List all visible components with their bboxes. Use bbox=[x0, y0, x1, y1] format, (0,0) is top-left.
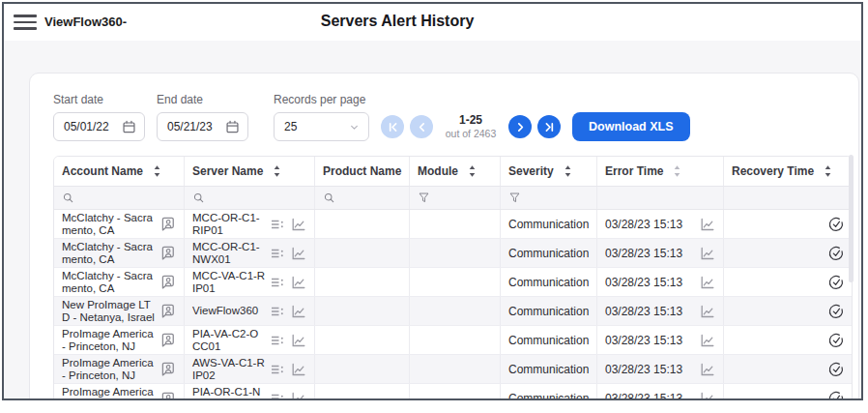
account-contact-icon[interactable] bbox=[159, 391, 176, 401]
recovery-check-icon[interactable] bbox=[828, 304, 844, 319]
error-chart-icon[interactable] bbox=[700, 275, 715, 290]
sort-icon[interactable] bbox=[824, 164, 832, 178]
server-name: MCC-OR-C1-RIP01 bbox=[192, 212, 266, 237]
sort-icon[interactable] bbox=[273, 164, 281, 178]
calendar-icon[interactable] bbox=[225, 120, 240, 134]
server-chart-icon[interactable] bbox=[291, 362, 306, 377]
column-header-server-name[interactable]: Server Name bbox=[185, 157, 315, 186]
error-time-value: 03/28/23 15:13 bbox=[605, 334, 682, 347]
product-name-cell bbox=[315, 268, 410, 296]
sort-icon[interactable] bbox=[564, 164, 572, 178]
product-name-cell bbox=[315, 239, 410, 267]
server-details-list-icon[interactable] bbox=[270, 391, 285, 400]
severity-value: Communication bbox=[508, 392, 589, 400]
error-chart-icon[interactable] bbox=[700, 246, 715, 261]
records-per-page-value: 25 bbox=[284, 120, 297, 133]
previous-page-button[interactable] bbox=[410, 115, 433, 138]
server-details-list-icon[interactable] bbox=[270, 362, 285, 377]
module-cell bbox=[410, 239, 501, 267]
end-date-input[interactable] bbox=[167, 120, 225, 133]
error-chart-icon[interactable] bbox=[700, 362, 715, 377]
chevron-down-icon bbox=[348, 121, 361, 133]
download-xls-button[interactable]: Download XLS bbox=[572, 112, 690, 141]
error-chart-icon[interactable] bbox=[700, 391, 715, 400]
severity-filter[interactable] bbox=[501, 187, 597, 209]
start-date-input[interactable] bbox=[64, 120, 122, 133]
account-contact-icon[interactable] bbox=[159, 303, 176, 319]
records-per-page-select[interactable]: 25 bbox=[274, 112, 369, 141]
server-details-list-icon[interactable] bbox=[270, 304, 285, 319]
column-header-module[interactable]: Module bbox=[410, 157, 501, 186]
account-name: McClatchy - Sacramento, CA bbox=[62, 212, 156, 237]
product-name-cell bbox=[315, 210, 410, 238]
page-title: Servers Alert History bbox=[321, 13, 475, 30]
account-name: ProImage America - Princeton, NJ bbox=[62, 328, 156, 353]
account-name: McClatchy - Sacramento, CA bbox=[62, 241, 156, 266]
account-contact-icon[interactable] bbox=[159, 332, 176, 348]
server-chart-icon[interactable] bbox=[291, 391, 306, 400]
table-row: ProImage America - Princeton, NJ AWS-VA-… bbox=[54, 355, 852, 384]
pagination-range: 1-25 bbox=[441, 114, 501, 128]
sort-icon[interactable] bbox=[673, 164, 681, 178]
recovery-check-icon[interactable] bbox=[828, 275, 844, 290]
server-details-list-icon[interactable] bbox=[270, 246, 285, 261]
server-chart-icon[interactable] bbox=[291, 217, 306, 232]
recovery-check-icon[interactable] bbox=[828, 362, 844, 377]
calendar-icon[interactable] bbox=[122, 120, 136, 134]
sort-icon[interactable] bbox=[468, 164, 477, 178]
server-name: AWS-VA-C1-RIP02 bbox=[192, 357, 266, 382]
error-time-value: 03/28/23 15:13 bbox=[605, 218, 682, 231]
server-name-filter[interactable] bbox=[185, 187, 315, 209]
account-contact-icon[interactable] bbox=[159, 361, 176, 377]
severity-value: Communication bbox=[508, 247, 589, 260]
screenshot-stage: ViewFlow360- Servers Alert History Start… bbox=[0, 0, 868, 413]
module-filter[interactable] bbox=[410, 187, 501, 209]
server-chart-icon[interactable] bbox=[291, 275, 306, 290]
recovery-check-icon[interactable] bbox=[828, 217, 844, 232]
pagination-status: 1-25 out of 2463 bbox=[441, 114, 501, 139]
server-name: MCC-OR-C1-NWX01 bbox=[192, 241, 266, 266]
server-chart-icon[interactable] bbox=[291, 333, 306, 348]
server-details-list-icon[interactable] bbox=[270, 217, 285, 232]
table-row: McClatchy - Sacramento, CA MCC-OR-C1-NWX… bbox=[54, 239, 852, 268]
server-details-list-icon[interactable] bbox=[270, 333, 285, 348]
next-page-button[interactable] bbox=[508, 115, 532, 138]
account-contact-icon[interactable] bbox=[159, 216, 176, 232]
search-icon bbox=[323, 192, 335, 204]
server-chart-icon[interactable] bbox=[291, 246, 306, 261]
recovery-check-icon[interactable] bbox=[828, 333, 844, 348]
column-header-product-name[interactable]: Product Name bbox=[315, 157, 410, 186]
column-header-error-time[interactable]: Error Time bbox=[597, 157, 724, 186]
server-chart-icon[interactable] bbox=[291, 304, 306, 319]
table-row: New ProImage LTD - Netanya, Israel ViewF… bbox=[54, 297, 852, 326]
server-name: MCC-VA-C1-RIP01 bbox=[192, 270, 266, 295]
error-time-value: 03/28/23 15:13 bbox=[605, 305, 682, 318]
error-chart-icon[interactable] bbox=[700, 333, 715, 348]
search-icon bbox=[192, 192, 205, 204]
account-contact-icon[interactable] bbox=[159, 245, 176, 261]
module-cell bbox=[410, 297, 501, 325]
sort-icon[interactable] bbox=[153, 164, 161, 178]
last-page-button[interactable] bbox=[537, 115, 561, 138]
account-contact-icon[interactable] bbox=[159, 274, 176, 290]
recovery-check-icon[interactable] bbox=[828, 246, 844, 261]
vertical-scrollbar[interactable] bbox=[849, 155, 854, 282]
app-window: ViewFlow360- Servers Alert History Start… bbox=[2, 2, 863, 400]
menu-icon[interactable] bbox=[14, 13, 37, 32]
error-chart-icon[interactable] bbox=[700, 304, 715, 319]
product-name-filter[interactable] bbox=[315, 187, 410, 209]
error-chart-icon[interactable] bbox=[700, 217, 715, 232]
column-header-account-name[interactable]: Account Name bbox=[54, 157, 185, 186]
error-time-value: 03/28/23 15:13 bbox=[605, 276, 682, 289]
table-body: McClatchy - Sacramento, CA MCC-OR-C1-RIP… bbox=[54, 210, 852, 400]
first-page-button[interactable] bbox=[381, 115, 404, 138]
account-name: McClatchy - Sacramento, CA bbox=[62, 270, 156, 295]
account-name-filter[interactable] bbox=[54, 187, 185, 209]
recovery-check-icon[interactable] bbox=[828, 391, 844, 400]
column-header-recovery-time[interactable]: Recovery Time bbox=[724, 157, 852, 186]
column-header-severity[interactable]: Severity bbox=[501, 157, 597, 186]
product-name-cell bbox=[315, 326, 410, 354]
server-details-list-icon[interactable] bbox=[270, 275, 285, 290]
module-cell bbox=[410, 210, 501, 238]
table-row: McClatchy - Sacramento, CA MCC-OR-C1-RIP… bbox=[54, 210, 852, 239]
